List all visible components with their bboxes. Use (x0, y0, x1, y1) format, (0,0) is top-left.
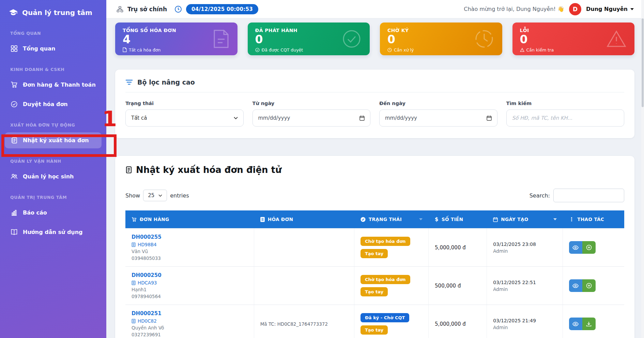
sidebar-item-tong-quan[interactable]: Tổng quan (5, 41, 102, 57)
users-icon (11, 173, 18, 180)
invoice-icon (260, 217, 265, 222)
view-button[interactable] (569, 318, 582, 330)
filter-search-input[interactable] (512, 115, 619, 121)
sidebar-item-bao-cao[interactable]: Báo cáo (5, 205, 102, 221)
status-badge: Chờ tạo hóa đơn (361, 275, 410, 284)
clock-icon (387, 48, 392, 52)
column-header-ngay-tao[interactable]: NGÀY TẠO (487, 210, 563, 228)
sidebar-item-duyet-hoa-don[interactable]: Duyệt hóa đơn (5, 96, 102, 112)
sidebar-item-label: Đơn hàng & Thanh toán (23, 82, 96, 88)
stat-card-total-invoices: TỔNG SỐ HÓA ĐƠN 4 Tất cả hóa đơn (115, 23, 237, 55)
table-header-row: ĐƠN HÀNG HÓA ĐƠN TRẠNG THÁI $ SỐ TIỀN (125, 210, 624, 228)
page-size-select[interactable]: 25 (143, 190, 167, 201)
invoice-icon (132, 281, 136, 285)
kebab-icon: ⋮ (569, 216, 574, 222)
warning-icon (607, 30, 626, 48)
status-select[interactable]: Tất cả (125, 109, 244, 127)
customer-name: Quyền Anh Võ (132, 325, 248, 330)
avatar[interactable]: D (569, 3, 581, 15)
status-badge: Tạo tay (361, 287, 388, 296)
app-logo[interactable]: Quản lý trung tâm (0, 0, 106, 20)
graduation-cap-icon (9, 8, 18, 17)
column-header-hoa-don[interactable]: HÓA ĐƠN (254, 210, 354, 228)
page-size-value: 25 (148, 192, 154, 199)
filter-field-to-date: Đến ngày mm/dd/yyyy (379, 101, 497, 127)
from-date-input[interactable]: mm/dd/yyyy (252, 109, 371, 127)
invoice-code: HD0C82 (138, 318, 157, 324)
sidebar-item-quan-ly-hoc-sinh[interactable]: Quản lý học sinh (5, 168, 102, 185)
chevron-down-icon (158, 194, 162, 197)
view-button[interactable] (569, 279, 582, 292)
amount: 500,000 đ (435, 283, 480, 289)
eye-icon (572, 245, 579, 250)
order-link[interactable]: DH000250 (132, 272, 248, 278)
chevron-down-icon (630, 8, 634, 10)
sidebar: Quản lý trung tâm TỔNG QUAN Tổng quan KI… (0, 0, 106, 338)
scrollbar[interactable] (641, 0, 644, 338)
download-icon (586, 321, 592, 327)
filter-title: Bộ lọc nâng cao (137, 78, 195, 86)
stat-card-errors: LỖI 0 Cần kiểm tra (512, 23, 635, 55)
to-date-input[interactable]: mm/dd/yyyy (379, 109, 497, 127)
chevron-down-icon (234, 117, 238, 119)
page-title: Nhật ký xuất hóa đơn điện tử (136, 165, 282, 175)
calendar-icon (487, 115, 492, 121)
eye-icon (572, 283, 579, 288)
column-header-don-hang[interactable]: ĐƠN HÀNG (125, 210, 254, 228)
calendar-icon (359, 115, 365, 121)
journal-icon (11, 137, 18, 144)
sidebar-section-quan-tri: QUẢN TRỊ TRUNG TÂM (0, 185, 106, 201)
check-circle-icon (11, 101, 18, 108)
app-title: Quản lý trung tâm (22, 9, 92, 17)
sidebar-item-label: Quản lý học sinh (23, 173, 74, 180)
column-header-thao-tac[interactable]: ⋮ THAO TÁC (563, 210, 624, 228)
sidebar-item-nhat-ky-xuat-hoa-don[interactable]: Nhật ký xuất hóa đơn (5, 132, 102, 148)
stat-card-pending-sign: CHỜ KÝ 0 Cần xử lý (380, 23, 502, 55)
order-link[interactable]: DH000255 (132, 234, 248, 240)
created-date: 03/12/2025 21:49 (493, 318, 556, 323)
column-header-trang-thai[interactable]: TRẠNG THÁI (354, 210, 429, 228)
scrollbar-thumb[interactable] (642, 18, 644, 107)
main-content: TỔNG SỐ HÓA ĐƠN 4 Tất cả hóa đơn ĐÃ PHÁT… (106, 18, 644, 338)
document-icon (123, 47, 127, 52)
calendar-icon (493, 217, 498, 222)
column-header-so-tien[interactable]: $ SỐ TIỀN (429, 210, 487, 228)
show-label: Show (125, 192, 140, 199)
view-button[interactable] (569, 241, 582, 254)
journal-icon (125, 166, 132, 174)
sort-desc-icon (553, 218, 557, 220)
entries-label: entries (170, 192, 189, 199)
created-date: 03/12/2025 22:51 (493, 280, 556, 285)
check-circle-icon (342, 29, 362, 49)
plus-circle-icon (586, 283, 592, 289)
cart-icon (132, 217, 137, 222)
search-label: Tìm kiếm (506, 101, 625, 106)
sidebar-item-huong-dan[interactable]: Hướng dẫn sử dụng (5, 224, 102, 240)
table-search-input[interactable] (553, 189, 624, 202)
table-row: DH000251 HD0C82 Quyền Anh Võ 0327239691 … (125, 305, 624, 338)
download-button[interactable] (582, 318, 596, 330)
sidebar-section-xuat-hoa-don: XUẤT HÓA ĐƠN TỰ ĐỘNG (0, 112, 106, 129)
customer-name: Văn Vũ (132, 249, 248, 254)
amount: 5,000,000 đ (435, 321, 480, 327)
welcome-message: Chào mừng trở lại, Dung Nguyễn! 👋 (464, 6, 564, 12)
create-invoice-button[interactable] (582, 241, 596, 254)
stat-footer-text: Cần xử lý (394, 47, 414, 53)
stat-footer-text: Tất cả hóa đơn (129, 47, 160, 53)
invoice-code: HDCA93 (138, 280, 157, 285)
sidebar-item-don-hang[interactable]: Đơn hàng & Thanh toán (5, 77, 102, 93)
sidebar-section-tong-quan: TỔNG QUAN (0, 20, 106, 37)
create-invoice-button[interactable] (582, 279, 596, 292)
status-badge: Đã ký - Chờ CQT (361, 313, 409, 322)
order-link[interactable]: DH000251 (132, 310, 248, 317)
user-menu[interactable]: Dung Nguyễn (586, 6, 634, 12)
dollar-icon: $ (435, 216, 439, 222)
invoice-table: ĐƠN HÀNG HÓA ĐƠN TRẠNG THÁI $ SỐ TIỀN (125, 210, 624, 338)
plus-circle-icon (586, 245, 592, 250)
sidebar-item-label: Nhật ký xuất hóa đơn (23, 137, 89, 144)
customer-phone: 0394805033 (132, 255, 248, 261)
check-circle-icon (255, 48, 260, 52)
datetime-badge: 04/12/2025 00:00:53 (186, 4, 258, 14)
sitemap-icon (117, 6, 123, 13)
filter-field-search: Tìm kiếm (506, 101, 625, 127)
